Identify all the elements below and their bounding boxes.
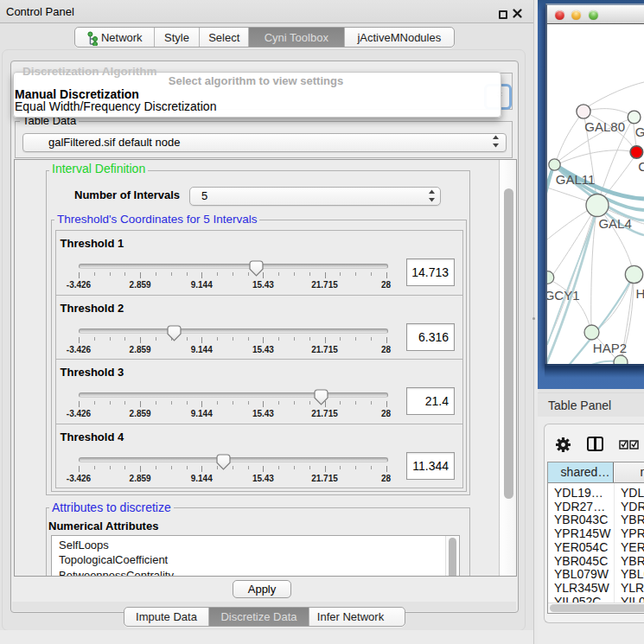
svg-text:HAP2: HAP2: [593, 341, 627, 355]
svg-text:C: C: [638, 159, 644, 174]
svg-text:H: H: [636, 286, 644, 301]
svg-text:GAL11: GAL11: [556, 172, 596, 187]
svg-text:GAL80: GAL80: [584, 119, 625, 134]
svg-text:G.: G.: [635, 124, 644, 139]
svg-text:GCY1: GCY1: [547, 288, 580, 303]
svg-text:GAL4: GAL4: [598, 216, 631, 231]
